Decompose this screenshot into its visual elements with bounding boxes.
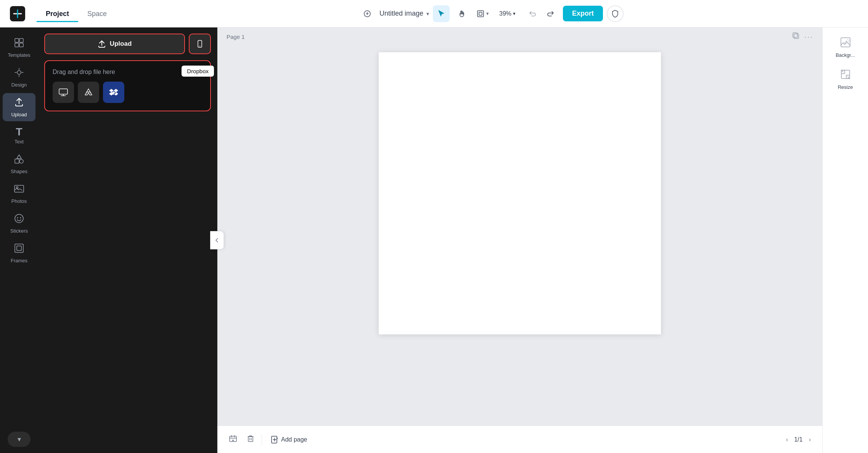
drag-drop-text: Drag and drop file here	[53, 69, 203, 76]
sidebar-item-text[interactable]: T Text	[3, 123, 35, 148]
source-icons	[53, 82, 203, 103]
add-page-button[interactable]: Add page	[267, 433, 311, 446]
app-logo[interactable]	[8, 4, 27, 24]
canvas-content[interactable]	[217, 46, 822, 426]
resize-icon	[840, 69, 851, 83]
canvas-page[interactable]	[379, 52, 661, 334]
panel-collapse-btn[interactable]	[210, 231, 224, 249]
svg-rect-6	[19, 39, 23, 42]
panel-top: Upload	[38, 27, 217, 60]
source-dropbox-btn[interactable]	[103, 82, 124, 103]
design-label: Design	[11, 82, 27, 88]
undo-redo-group	[524, 5, 559, 22]
tab-space[interactable]: Space	[78, 7, 116, 22]
shapes-label: Shapes	[11, 169, 27, 174]
zoom-value: 39%	[499, 10, 511, 17]
main-area: Templates Design Upload	[0, 27, 868, 453]
prev-page-btn[interactable]: ‹	[784, 435, 790, 445]
svg-rect-29	[794, 34, 799, 39]
doc-title-chevron: ▾	[426, 11, 429, 17]
delete-page-btn[interactable]	[244, 432, 257, 447]
svg-rect-23	[17, 246, 21, 251]
svg-rect-3	[477, 11, 484, 17]
right-panel-background[interactable]: Backgr...	[826, 32, 865, 63]
upload-main-button[interactable]: Upload	[44, 34, 185, 54]
header-tabs: Project Space	[37, 6, 116, 21]
upload-btn-label: Upload	[110, 40, 132, 48]
header-upload-icon[interactable]	[359, 5, 376, 22]
next-page-btn[interactable]: ›	[807, 435, 813, 445]
svg-point-19	[15, 214, 23, 223]
sidebar-item-shapes[interactable]: Shapes	[3, 150, 35, 178]
svg-rect-22	[15, 244, 23, 252]
page-nav: ‹ 1/1 ›	[784, 435, 813, 445]
frame-tool-btn[interactable]: ▾	[474, 5, 491, 22]
sidebar-item-stickers[interactable]: Stickers	[3, 209, 35, 238]
svg-point-9	[17, 71, 21, 74]
sidebar-item-upload[interactable]: Upload	[3, 93, 35, 121]
svg-point-20	[17, 217, 18, 218]
add-to-library-btn[interactable]	[227, 432, 240, 447]
photos-label: Photos	[11, 198, 27, 204]
tab-project[interactable]: Project	[37, 7, 78, 22]
page-label: Page 1	[227, 34, 245, 40]
doc-title[interactable]: Untitled image ▾	[379, 10, 429, 18]
upload-label: Upload	[11, 112, 27, 117]
page-counter: 1/1	[794, 436, 802, 443]
sidebar-icons: Templates Design Upload	[0, 27, 38, 453]
svg-point-15	[19, 159, 23, 163]
svg-point-25	[199, 46, 200, 47]
frames-label: Frames	[11, 258, 27, 263]
svg-point-21	[20, 217, 21, 218]
zoom-control[interactable]: 39% ▾	[495, 8, 520, 19]
sidebar-item-design[interactable]: Design	[3, 63, 35, 92]
svg-rect-4	[479, 12, 482, 15]
right-panel-resize[interactable]: Resize	[826, 64, 865, 95]
redo-btn[interactable]	[542, 5, 559, 22]
pointer-tool-btn[interactable]	[433, 5, 450, 22]
dropbox-tooltip: Dropbox	[182, 66, 214, 77]
drop-zone: Drag and drop file here Dropbox	[44, 60, 211, 111]
text-icon: T	[16, 127, 22, 137]
svg-rect-8	[19, 43, 23, 47]
more-options-btn[interactable]: ···	[804, 32, 813, 42]
header-center: Untitled image ▾ ▾ 39% ▾	[122, 5, 860, 22]
templates-label: Templates	[8, 52, 30, 58]
templates-icon	[14, 37, 24, 51]
hand-tool-btn[interactable]	[453, 5, 470, 22]
svg-rect-30	[793, 33, 797, 37]
canvas-header: Page 1 ···	[217, 27, 822, 46]
add-page-label: Add page	[281, 436, 307, 443]
sidebar-item-frames[interactable]: Frames	[3, 239, 35, 267]
svg-rect-14	[15, 159, 19, 163]
footer-separator	[262, 434, 262, 445]
zoom-chevron: ▾	[513, 11, 516, 16]
source-google-drive-btn[interactable]	[78, 82, 99, 103]
duplicate-page-btn[interactable]	[792, 32, 800, 42]
design-icon	[14, 67, 24, 80]
svg-rect-7	[15, 43, 19, 47]
export-button[interactable]: Export	[563, 6, 603, 21]
svg-marker-16	[17, 155, 21, 159]
doc-title-text: Untitled image	[379, 10, 423, 18]
sidebar-item-photos[interactable]: Photos	[3, 180, 35, 208]
upload-panel: Upload Drag and drop file here Dropbox	[38, 27, 217, 453]
mobile-upload-button[interactable]	[189, 34, 211, 54]
background-label: Backgr...	[836, 52, 855, 58]
right-panel: Backgr... Resize	[822, 27, 868, 453]
upload-icon	[14, 97, 24, 110]
source-computer-btn[interactable]	[53, 82, 74, 103]
canvas-footer: Add page ‹ 1/1 ›	[217, 426, 822, 453]
svg-rect-42	[841, 38, 850, 47]
shield-button[interactable]	[607, 5, 624, 22]
canvas-area: Page 1 ···	[217, 27, 822, 453]
sidebar-item-templates[interactable]: Templates	[3, 34, 35, 62]
text-label: Text	[14, 139, 24, 145]
shapes-icon	[14, 154, 24, 167]
sidebar-more-btn[interactable]: ▾	[8, 432, 31, 447]
undo-btn[interactable]	[524, 5, 541, 22]
background-icon	[840, 37, 851, 51]
photos-icon	[14, 183, 24, 197]
svg-rect-5	[15, 39, 19, 42]
svg-rect-26	[59, 89, 68, 94]
